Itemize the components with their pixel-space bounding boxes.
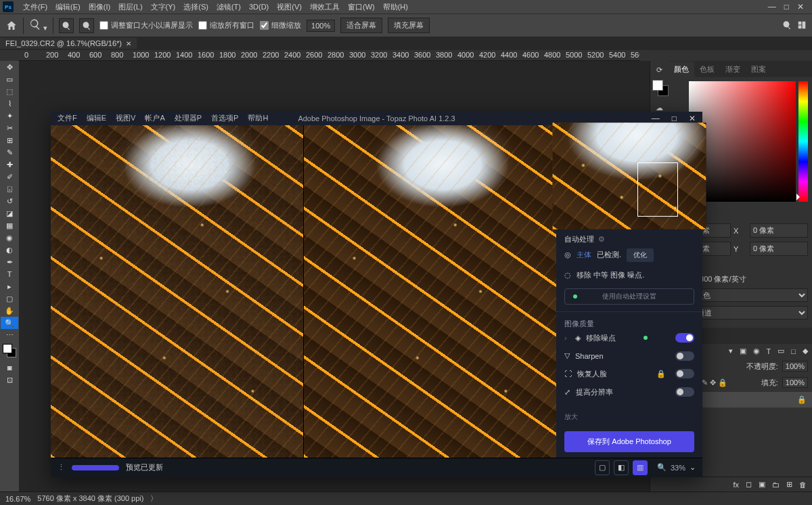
history-brush-tool[interactable]: ↺ [1, 195, 18, 207]
topaz-maximize-icon[interactable]: □ [672, 114, 677, 123]
topaz-menu-file[interactable]: 文件F [58, 113, 77, 123]
brush-tool[interactable]: ✐ [1, 171, 18, 183]
window-minimize-icon[interactable]: — [768, 2, 776, 12]
edit-toolbar[interactable]: ⋯ [1, 329, 18, 341]
menu-window[interactable]: 窗口(W) [344, 1, 379, 14]
optimize-button[interactable]: 优化 [627, 248, 654, 262]
gradient-tool[interactable]: ▦ [1, 219, 18, 232]
topaz-menu-edit[interactable]: 编辑E [87, 113, 106, 123]
menu-image[interactable]: 图像(I) [85, 1, 114, 14]
fill-screen-button[interactable]: 填充屏幕 [388, 18, 430, 33]
topaz-close-icon[interactable]: ✕ [689, 114, 696, 123]
eraser-tool[interactable]: ◪ [1, 207, 18, 219]
pen-tool[interactable]: ✒ [1, 256, 18, 268]
topaz-menu-account[interactable]: 帐户A [145, 113, 164, 123]
topaz-menu-processor[interactable]: 处理器P [175, 113, 202, 123]
subject-row[interactable]: ◎ 主体 已检测. 优化 [564, 244, 694, 266]
screen-mode-tool[interactable]: ⊡ [1, 374, 18, 386]
clone-tool[interactable]: ⌺ [1, 183, 18, 195]
opacity-value[interactable]: 100% [782, 361, 808, 372]
zoom-tool-icon[interactable]: ▾ [29, 18, 47, 32]
color-swatches[interactable] [3, 344, 16, 357]
filter-icon[interactable]: ▾ [729, 347, 733, 355]
hue-slider[interactable] [798, 81, 808, 202]
new-layer-icon[interactable]: ⊞ [786, 480, 792, 489]
layer-mask-icon[interactable]: ◻ [746, 480, 752, 489]
blur-tool[interactable]: ◉ [1, 232, 18, 244]
lock-icon[interactable]: 🔒 [797, 395, 807, 404]
menu-select[interactable]: 选择(S) [179, 1, 212, 14]
use-auto-settings-button[interactable]: 使用自动处理设置 [564, 288, 694, 305]
zoom-100-button[interactable]: 100% [307, 20, 335, 32]
layer-group-icon[interactable]: ▣ [759, 480, 765, 489]
delete-layer-icon[interactable]: 🗑 [799, 481, 807, 489]
sharpen-toggle[interactable] [675, 351, 694, 361]
path-select-tool[interactable]: ▸ [1, 280, 18, 292]
window-close-icon[interactable]: ✕ [797, 2, 804, 12]
search-icon[interactable] [782, 20, 792, 31]
zoom-out-button[interactable] [79, 18, 94, 33]
y-value[interactable]: 0 像素 [750, 242, 808, 256]
resize-window-checkbox[interactable]: 调整窗口大小以满屏显示 [99, 20, 193, 30]
fit-screen-button[interactable]: 适合屏幕 [340, 18, 382, 33]
shape-tool[interactable]: ▢ [1, 292, 18, 305]
history-panel-icon[interactable]: ⟳ [654, 64, 666, 76]
menu-plugins[interactable]: 增效工具 [306, 1, 344, 14]
sharpen-toggle-row[interactable]: ▽ Sharpen [564, 347, 694, 365]
zoom-out-icon[interactable]: 🔍 [657, 463, 667, 472]
topaz-menu-help[interactable]: 帮助H [248, 113, 268, 123]
layer-fx-icon[interactable]: fx [733, 481, 739, 489]
lasso-tool[interactable]: ⌇ [1, 97, 18, 110]
status-docinfo[interactable]: 5760 像素 x 3840 像素 (300 ppi) [37, 493, 143, 504]
workspace-icon[interactable] [797, 20, 807, 31]
menu-filter[interactable]: 滤镜(T) [212, 1, 245, 14]
tab-color[interactable]: 颜色 [669, 62, 694, 77]
zoom-tool[interactable]: 🔍 [1, 317, 18, 329]
view-single-button[interactable]: ▢ [595, 460, 610, 475]
menu-edit[interactable]: 编辑(E) [51, 1, 85, 14]
close-tab-icon[interactable]: ✕ [126, 40, 131, 47]
view-sidebyside-button[interactable]: ▥ [633, 460, 648, 475]
hand-tool[interactable]: ✋ [1, 305, 18, 317]
tab-swatches[interactable]: 色板 [694, 62, 720, 77]
remove-noise-toggle-row[interactable]: ›◈ 移除噪点 [564, 329, 694, 347]
home-icon[interactable] [5, 20, 18, 32]
document-tab[interactable]: FEI_0329.CR2 @ 16.7%(RGB/16*) ✕ [0, 38, 137, 49]
view-split-button[interactable]: ◧ [614, 460, 629, 475]
frame-tool[interactable]: ⊞ [1, 134, 18, 146]
face-toggle-row[interactable]: ⛶ 恢复人脸 🔒 [564, 365, 694, 383]
save-to-photoshop-button[interactable]: 保存到 Adobe Photoshop [564, 431, 694, 452]
status-zoom[interactable]: 16.67% [5, 495, 30, 503]
type-tool[interactable]: T [1, 268, 18, 280]
artboard-tool[interactable]: ▭ [1, 73, 18, 85]
crop-tool[interactable]: ✂ [1, 122, 18, 134]
zoom-all-checkbox[interactable]: 缩放所有窗口 [198, 20, 254, 30]
menu-view[interactable]: 视图(V) [273, 1, 306, 14]
fill-value[interactable]: 100% [782, 377, 808, 388]
topaz-zoom-value[interactable]: 33% [671, 464, 685, 472]
dodge-tool[interactable]: ◐ [1, 244, 18, 256]
menu-layer[interactable]: 图层(L) [114, 1, 146, 14]
topaz-minimize-icon[interactable]: — [652, 114, 660, 123]
more-icon[interactable]: ⋮ [58, 463, 65, 472]
move-tool[interactable]: ✥ [1, 61, 18, 73]
tab-gradients[interactable]: 渐变 [720, 62, 746, 77]
scrubby-zoom-checkbox[interactable]: 细微缩放 [260, 20, 301, 30]
chevron-down-icon[interactable]: ⌄ [690, 463, 696, 472]
noise-toggle[interactable] [675, 333, 694, 343]
menu-3d[interactable]: 3D(D) [245, 1, 273, 12]
marquee-tool[interactable]: ⬚ [1, 85, 18, 97]
topaz-menu-view[interactable]: 视图V [116, 113, 135, 123]
quick-select-tool[interactable]: ✦ [1, 110, 18, 122]
upscale-toggle-row[interactable]: ⤢ 提高分辨率 [564, 383, 694, 401]
menu-help[interactable]: 帮助(H) [379, 1, 412, 14]
quick-mask-tool[interactable]: ◙ [1, 361, 18, 374]
topaz-menu-prefs[interactable]: 首选项P [211, 113, 238, 123]
menu-type[interactable]: 文字(Y) [147, 1, 180, 14]
remove-noise-row[interactable]: ◌ 移除 中等 图像 噪点. [564, 266, 694, 284]
topaz-preview[interactable] [51, 125, 556, 458]
x-value[interactable]: 0 像素 [750, 223, 808, 238]
zoom-in-button[interactable] [59, 18, 74, 33]
tab-patterns[interactable]: 图案 [746, 62, 771, 77]
eyedropper-tool[interactable]: ✎ [1, 146, 18, 158]
